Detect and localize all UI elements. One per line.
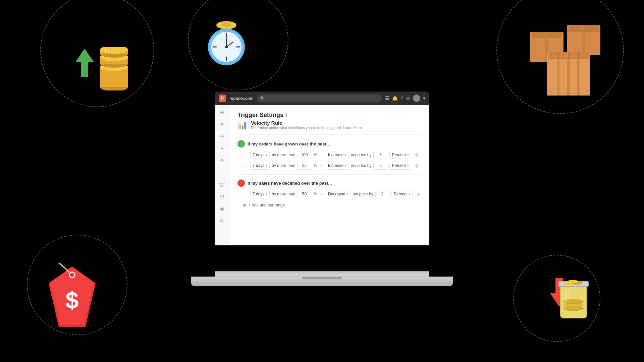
plus-circle-icon: ⊕	[243, 203, 246, 207]
add-range-button[interactable]: ⊕ + Add another range	[240, 201, 421, 209]
drag-handle-1[interactable]: ⋮⋮	[240, 153, 248, 157]
browser-chrome: R repricer.com 🔍 ☰ 🔔 ? ⚙ ▾	[215, 92, 429, 105]
sidebar-icon-edit[interactable]: ✏	[219, 133, 225, 140]
coin-stack-icon	[99, 47, 129, 90]
decrease-label: If my sales have declined over the past.…	[248, 181, 332, 186]
learn-more-link[interactable]: Learn More	[343, 126, 362, 130]
svg-point-13	[222, 22, 231, 27]
sidebar-icon-grid[interactable]: ⊞	[219, 109, 225, 116]
amount-input-2[interactable]	[373, 162, 387, 170]
type-select-2[interactable]: Percent ▾	[389, 162, 411, 170]
amount-input-3[interactable]	[375, 190, 389, 198]
svg-marker-0	[75, 49, 94, 77]
deco-circle-top-left	[40, 0, 154, 107]
svg-rect-39	[557, 52, 559, 96]
svg-point-55	[568, 280, 578, 283]
green-arrow-icon	[75, 49, 94, 77]
type-select-1[interactable]: Percent ▾	[389, 151, 411, 159]
price-label-3: my price by	[353, 192, 373, 196]
chevron-down-icon[interactable]: ▾	[423, 96, 425, 101]
sidebar: ⊞ ≡ ✏ ✦ ⊛ ↑ 🛒 ⏱ ◉ ⚙	[215, 105, 229, 245]
section-divider	[237, 174, 421, 175]
svg-rect-40	[577, 52, 580, 96]
main-panel: Trigger Settings ℹ 📊 Velocity Rule Deter…	[229, 105, 429, 245]
info-icon[interactable]: ℹ	[285, 113, 287, 118]
by-more-than-label-1: by more than	[272, 153, 295, 157]
site-title: repricer.com	[229, 96, 254, 101]
page-title: Trigger Settings ℹ	[237, 112, 421, 119]
percent-sign-2: %	[313, 163, 317, 168]
bell-icon[interactable]: 🔔	[392, 96, 398, 101]
percent-sign-1: %	[313, 153, 317, 157]
delete-row-2[interactable]: 🗑	[415, 163, 419, 168]
action-select-3[interactable]: Decrease ▾	[326, 190, 351, 198]
decrease-badge: ↓	[237, 179, 245, 187]
days-select-1[interactable]: 7 days ▾	[250, 151, 270, 159]
help-icon[interactable]: ?	[400, 96, 403, 101]
price-label-2: my price by	[351, 163, 371, 168]
rule-subtitle: Determine under what conditions your rul…	[251, 126, 362, 130]
laptop-hinge	[215, 271, 429, 277]
user-avatar[interactable]	[413, 95, 420, 102]
app-content: ⊞ ≡ ✏ ✦ ⊛ ↑ 🛒 ⏱ ◉ ⚙ Trigger Settings ℹ	[215, 105, 429, 245]
sidebar-icon-cart[interactable]: 🛒	[219, 181, 225, 188]
increase-section-header: ↑ If my orders have grown over the past.…	[237, 140, 421, 147]
arrow-right-2: →	[319, 163, 324, 168]
decrease-row-1: ⋮⋮ 7 days ▾ by more than % → Decrease ▾ …	[237, 190, 421, 198]
value-input-3[interactable]	[297, 190, 311, 198]
arrow-right-1: →	[319, 152, 324, 158]
drag-handle-3[interactable]: ⋮⋮	[240, 192, 248, 196]
action-select-1[interactable]: Increase ▾	[326, 151, 349, 159]
sidebar-icon-eye[interactable]: ◉	[219, 205, 225, 212]
repricer-logo: R	[219, 95, 226, 102]
laptop-screen: R repricer.com 🔍 ☰ 🔔 ? ⚙ ▾ ⊞ ≡ ✏ ✦ ⊛	[215, 92, 429, 246]
settings-icon[interactable]: ⚙	[406, 96, 410, 101]
type-select-3[interactable]: Percent ▾	[391, 190, 413, 198]
browser-icons: ☰ 🔔 ? ⚙ ▾	[385, 95, 425, 102]
laptop-base	[191, 277, 453, 286]
action-select-2[interactable]: Increase ▾	[326, 162, 349, 170]
increase-badge: ↑	[237, 140, 245, 147]
boxes-icon: ↑↑ ↑↑ ↑↑	[510, 18, 624, 102]
delete-row-1[interactable]: 🗑	[415, 152, 419, 158]
svg-point-42	[70, 273, 74, 277]
delete-row-3[interactable]: 🗑	[416, 191, 421, 197]
price-label-1: my price by	[351, 153, 371, 157]
increase-label: If my orders have grown over the past...	[248, 141, 330, 146]
decrease-section-header: ↓ If my sales have declined over the pas…	[237, 179, 421, 187]
value-input-1[interactable]	[297, 151, 311, 159]
svg-point-23	[225, 46, 228, 48]
clock-icon	[205, 18, 248, 65]
sidebar-icon-clock[interactable]: ⏱	[219, 193, 225, 200]
amount-input-1[interactable]	[373, 151, 387, 159]
laptop: R repricer.com 🔍 ☰ 🔔 ? ⚙ ▾ ⊞ ≡ ✏ ✦ ⊛	[191, 92, 453, 286]
svg-rect-38	[567, 52, 570, 96]
sidebar-icon-upload[interactable]: ↑	[219, 169, 225, 176]
drag-handle-2[interactable]: ⋮⋮	[240, 163, 248, 168]
browser-searchbar[interactable]: 🔍	[257, 94, 382, 102]
value-input-2[interactable]	[297, 162, 311, 170]
svg-point-52	[564, 290, 570, 303]
days-select-3[interactable]: 7 days ▾	[250, 190, 270, 198]
sidebar-icon-database[interactable]: ⊛	[219, 157, 225, 164]
days-select-2[interactable]: 7 days ▾	[250, 162, 270, 170]
by-more-than-label-3: by more than	[272, 192, 295, 196]
percent-sign-3: %	[313, 192, 317, 196]
sidebar-icon-star[interactable]: ✦	[219, 145, 225, 152]
filter-icon[interactable]: ☰	[385, 96, 389, 101]
rule-title: Velocity Rule	[251, 120, 362, 126]
rule-header: 📊 Velocity Rule Determine under what con…	[237, 120, 421, 135]
svg-rect-30	[582, 25, 585, 55]
search-icon: 🔍	[260, 96, 265, 101]
svg-text:$: $	[66, 287, 79, 313]
velocity-rule-icon: 📊	[237, 120, 248, 130]
sidebar-icon-settings[interactable]: ⚙	[219, 218, 225, 224]
increase-row-2: ⋮⋮ 7 days ▾ by more than % → Increase ▾ …	[237, 162, 421, 170]
arrow-right-3: →	[319, 191, 324, 197]
price-tag-icon: $	[42, 263, 102, 330]
add-range-label: + Add another range	[248, 203, 285, 207]
by-more-than-label-2: by more than	[272, 163, 295, 168]
coin-jar-icon	[553, 272, 594, 322]
increase-row-1: ⋮⋮ 7 days ▾ by more than % → Increase ▾ …	[237, 151, 421, 159]
sidebar-icon-list[interactable]: ≡	[219, 121, 225, 128]
